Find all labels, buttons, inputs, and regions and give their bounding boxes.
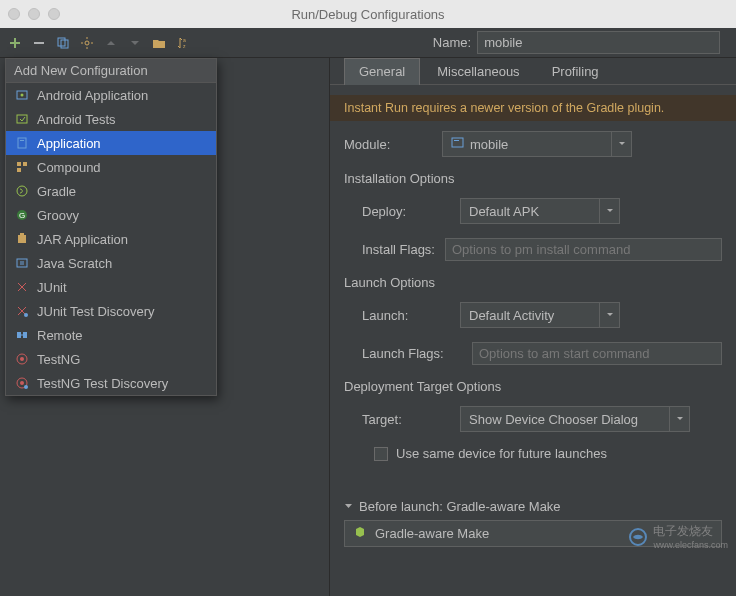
compound-icon <box>14 159 30 175</box>
target-label: Target: <box>362 412 450 427</box>
popup-item-gradle[interactable]: Gradle <box>6 179 216 203</box>
popup-item-label: JUnit Test Discovery <box>37 304 155 319</box>
add-icon[interactable] <box>6 34 24 52</box>
popup-item-label: TestNG <box>37 352 80 367</box>
target-select[interactable]: Show Device Chooser Dialog <box>460 406 690 432</box>
popup-item-android-application[interactable]: Android Application <box>6 83 216 107</box>
popup-item-application[interactable]: Application <box>6 131 216 155</box>
same-device-checkbox[interactable] <box>374 447 388 461</box>
install-section-title: Installation Options <box>344 171 722 186</box>
application-icon <box>14 135 30 151</box>
popup-item-label: Application <box>37 136 101 151</box>
junit-icon <box>14 279 30 295</box>
folder-icon[interactable] <box>150 34 168 52</box>
chevron-down-icon[interactable] <box>669 407 689 431</box>
popup-item-testng-test-discovery[interactable]: TestNG Test Discovery <box>6 371 216 395</box>
popup-item-label: TestNG Test Discovery <box>37 376 168 391</box>
chevron-down-icon[interactable] <box>599 303 619 327</box>
launch-flags-label: Launch Flags: <box>362 346 462 361</box>
svg-rect-8 <box>18 138 26 148</box>
right-panel: General Miscellaneous Profiling Instant … <box>330 58 736 596</box>
groovy-icon: G <box>14 207 30 223</box>
titlebar: Run/Debug Configurations <box>0 0 736 28</box>
config-name-input[interactable] <box>477 31 720 54</box>
testng-test-discovery-icon <box>14 375 30 391</box>
tab-content: Instant Run requires a newer version of … <box>330 84 736 547</box>
add-config-popup: Add New Configuration Android Applicatio… <box>5 58 217 396</box>
launch-flags-input[interactable] <box>472 342 722 365</box>
svg-text:z: z <box>183 43 186 49</box>
gradle-icon <box>14 183 30 199</box>
gradle-icon <box>353 525 367 542</box>
svg-rect-20 <box>17 332 21 338</box>
testng-icon <box>14 351 30 367</box>
name-label: Name: <box>433 35 471 50</box>
chevron-down-icon[interactable] <box>611 132 631 156</box>
install-flags-input[interactable] <box>445 238 722 261</box>
svg-rect-9 <box>20 140 24 141</box>
same-device-label: Use same device for future launches <box>396 446 607 461</box>
svg-rect-17 <box>20 233 24 235</box>
svg-rect-18 <box>17 259 27 267</box>
up-icon[interactable] <box>102 34 120 52</box>
svg-text:G: G <box>19 211 25 220</box>
copy-icon[interactable] <box>54 34 72 52</box>
svg-point-2 <box>85 41 89 45</box>
launch-section-title: Launch Options <box>344 275 722 290</box>
window-title: Run/Debug Configurations <box>0 7 736 22</box>
popup-item-label: Gradle <box>37 184 76 199</box>
expand-icon <box>344 499 353 514</box>
module-value: mobile <box>470 137 508 152</box>
popup-item-java-scratch[interactable]: Java Scratch <box>6 251 216 275</box>
remove-icon[interactable] <box>30 34 48 52</box>
popup-item-junit[interactable]: JUnit <box>6 275 216 299</box>
popup-item-label: Android Application <box>37 88 148 103</box>
popup-header: Add New Configuration <box>6 59 216 83</box>
popup-item-testng[interactable]: TestNG <box>6 347 216 371</box>
deploy-value: Default APK <box>461 201 599 222</box>
watermark-url: www.elecfans.com <box>653 540 728 550</box>
tab-profiling[interactable]: Profiling <box>537 58 614 85</box>
popup-item-junit-test-discovery[interactable]: JUnit Test Discovery <box>6 299 216 323</box>
launch-select[interactable]: Default Activity <box>460 302 620 328</box>
popup-item-compound[interactable]: Compound <box>6 155 216 179</box>
junit-test-discovery-icon <box>14 303 30 319</box>
popup-item-label: Groovy <box>37 208 79 223</box>
left-panel: Add New Configuration Android Applicatio… <box>0 58 330 596</box>
tab-miscellaneous[interactable]: Miscellaneous <box>422 58 534 85</box>
android-tests-icon <box>14 111 30 127</box>
config-toolbar: az Name: <box>0 28 736 58</box>
svg-point-26 <box>24 385 28 389</box>
down-icon[interactable] <box>126 34 144 52</box>
popup-item-label: Java Scratch <box>37 256 112 271</box>
launch-label: Launch: <box>362 308 450 323</box>
popup-item-jar-application[interactable]: JAR Application <box>6 227 216 251</box>
android-application-icon <box>14 87 30 103</box>
module-select[interactable]: mobile <box>442 131 632 157</box>
install-flags-label: Install Flags: <box>362 242 435 257</box>
before-launch-header[interactable]: Before launch: Gradle-aware Make <box>344 499 722 514</box>
chevron-down-icon[interactable] <box>599 199 619 223</box>
main-area: Add New Configuration Android Applicatio… <box>0 58 736 596</box>
popup-item-groovy[interactable]: GGroovy <box>6 203 216 227</box>
svg-rect-7 <box>17 115 27 123</box>
sort-icon[interactable]: az <box>174 34 192 52</box>
svg-point-6 <box>21 94 24 97</box>
popup-item-label: Compound <box>37 160 101 175</box>
tab-general[interactable]: General <box>344 58 420 85</box>
tabs: General Miscellaneous Profiling <box>330 58 736 85</box>
launch-value: Default Activity <box>461 305 599 326</box>
deploy-label: Deploy: <box>362 204 450 219</box>
svg-rect-10 <box>17 162 21 166</box>
deploy-select[interactable]: Default APK <box>460 198 620 224</box>
svg-point-19 <box>24 313 28 317</box>
popup-item-label: JAR Application <box>37 232 128 247</box>
java-scratch-icon <box>14 255 30 271</box>
svg-rect-28 <box>454 140 459 141</box>
popup-item-remote[interactable]: Remote <box>6 323 216 347</box>
module-label: Module: <box>344 137 432 152</box>
popup-item-android-tests[interactable]: Android Tests <box>6 107 216 131</box>
svg-rect-16 <box>18 235 26 243</box>
settings-icon[interactable] <box>78 34 96 52</box>
watermark-logo-icon <box>627 526 649 548</box>
